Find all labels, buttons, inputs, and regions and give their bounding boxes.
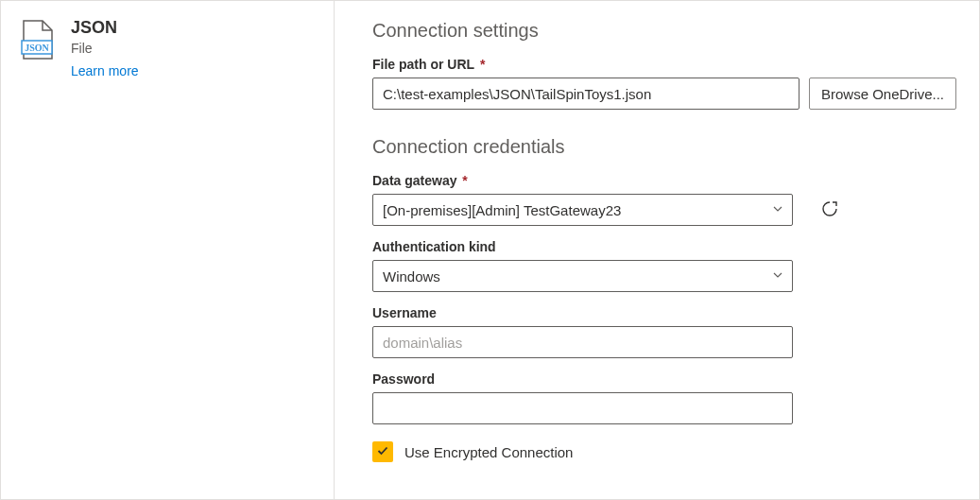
filepath-label: File path or URL * (372, 57, 956, 72)
password-input[interactable] (372, 392, 793, 424)
data-gateway-label: Data gateway * (372, 173, 956, 188)
connector-subtitle: File (71, 41, 139, 56)
username-input[interactable] (372, 326, 793, 358)
use-encrypted-checkbox[interactable] (372, 441, 393, 462)
auth-kind-label: Authentication kind (372, 239, 956, 254)
filepath-input[interactable] (372, 78, 799, 110)
username-label: Username (372, 305, 956, 320)
browse-onedrive-button[interactable]: Browse OneDrive... (809, 78, 956, 110)
checkmark-icon (376, 444, 389, 460)
auth-kind-select[interactable]: Windows (372, 260, 793, 292)
connector-title: JSON (71, 18, 139, 39)
data-gateway-select[interactable]: [On-premises][Admin] TestGateway23 (372, 194, 793, 226)
left-panel: JSON JSON File Learn more (1, 1, 335, 499)
refresh-gateway-button[interactable] (816, 196, 844, 224)
svg-text:JSON: JSON (25, 43, 49, 53)
connector-header: JSON JSON File Learn more (20, 18, 315, 78)
connection-credentials-heading: Connection credentials (372, 136, 956, 158)
password-label: Password (372, 371, 956, 387)
connection-settings-heading: Connection settings (372, 20, 956, 42)
required-asterisk: * (458, 173, 467, 188)
use-encrypted-label: Use Encrypted Connection (404, 444, 573, 460)
right-panel: Connection settings File path or URL * B… (335, 1, 979, 499)
refresh-icon (820, 199, 839, 221)
required-asterisk: * (476, 57, 485, 72)
json-file-icon: JSON (20, 20, 54, 60)
learn-more-link[interactable]: Learn more (71, 63, 139, 78)
